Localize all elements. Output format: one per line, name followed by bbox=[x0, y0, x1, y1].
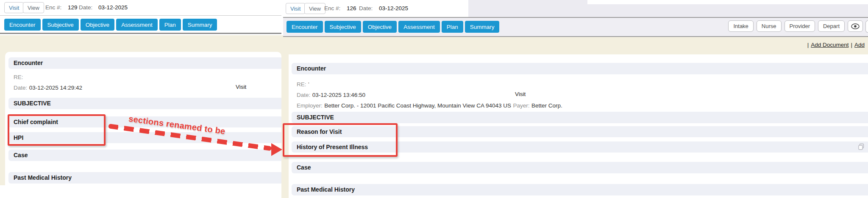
subjective-header: SUBJECTIVE bbox=[8, 98, 283, 109]
visit-button[interactable]: Visit bbox=[286, 3, 305, 14]
re-label: RE: bbox=[14, 74, 23, 80]
highlight-box-old-sections bbox=[8, 114, 106, 146]
comparison-canvas: Visit View Enc #: 129 Date: 03-12-2025 E… bbox=[0, 0, 868, 198]
tab-assessment[interactable]: Assessment bbox=[116, 19, 158, 31]
tab-encounter[interactable]: Encounter bbox=[287, 21, 323, 33]
tab-encounter[interactable]: Encounter bbox=[4, 19, 41, 31]
cutoff-button[interactable] bbox=[865, 20, 868, 33]
visit-type-value: Visit bbox=[236, 84, 246, 90]
re-label: RE: bbox=[297, 81, 306, 88]
date-value: 03-12-2025 bbox=[379, 5, 408, 11]
date-line: Date: 03-12-2025 14:29:42 bbox=[14, 84, 82, 91]
tab-objective[interactable]: Objective bbox=[81, 19, 114, 31]
re-value: ' bbox=[308, 81, 309, 88]
eye-toggle-button[interactable] bbox=[848, 20, 863, 32]
employer-value: Better Corp. - 12001 Pacific Coast Highw… bbox=[324, 102, 511, 109]
add-link[interactable]: Add bbox=[854, 42, 865, 48]
enc-number-value: 129 bbox=[68, 4, 78, 11]
tab-subjective[interactable]: Subjective bbox=[42, 19, 79, 31]
left-screenshot: Visit View Enc #: 129 Date: 03-12-2025 E… bbox=[0, 0, 281, 198]
visit-type-value: Visit bbox=[515, 91, 526, 97]
status-button-group: Intake Nurse Provider Depart bbox=[728, 20, 863, 32]
encounter-date-label: Date: bbox=[14, 85, 27, 91]
enc-number-value: 126 bbox=[347, 5, 356, 11]
left-tab-row: Encounter Subjective Objective Assessmen… bbox=[0, 16, 281, 34]
re-line: RE: ' bbox=[297, 80, 309, 88]
employer-line: Employer: Better Corp. - 12001 Pacific C… bbox=[297, 102, 562, 109]
enc-number-label: Enc #: bbox=[324, 5, 340, 11]
date-label: Date: bbox=[359, 5, 373, 11]
payer-value: Better Corp. bbox=[531, 102, 562, 109]
left-toolbar: Visit View Enc #: 129 Date: 03-12-2025 bbox=[0, 0, 281, 16]
right-tabs: Encounter Subjective Objective Assessmen… bbox=[287, 21, 499, 33]
tab-summary[interactable]: Summary bbox=[465, 21, 500, 33]
copy-icon[interactable] bbox=[858, 143, 865, 150]
enc-number-label: Enc #: bbox=[45, 4, 61, 11]
link-separator: | bbox=[807, 42, 809, 48]
annotation-arrow-head bbox=[271, 143, 282, 156]
intake-button[interactable]: Intake bbox=[728, 20, 753, 32]
date-label: Date: bbox=[79, 4, 92, 11]
date-line: Date: 03-12-2025 13:46:50 bbox=[297, 91, 365, 99]
provider-button[interactable]: Provider bbox=[785, 20, 815, 32]
nurse-button[interactable]: Nurse bbox=[757, 20, 782, 32]
left-tabs: Encounter Subjective Objective Assessmen… bbox=[4, 19, 217, 31]
re-line: RE: bbox=[14, 73, 23, 81]
eye-icon bbox=[851, 23, 860, 29]
tab-subjective[interactable]: Subjective bbox=[325, 21, 361, 33]
subjective-header: SUBJECTIVE bbox=[292, 112, 868, 123]
encounter-date-value: 03-12-2025 13:46:50 bbox=[312, 92, 365, 98]
add-document-link[interactable]: Add Document bbox=[811, 42, 849, 48]
encounter-header: Encounter bbox=[8, 57, 283, 69]
tab-objective[interactable]: Objective bbox=[363, 21, 397, 33]
link-separator: | bbox=[851, 42, 852, 48]
top-right-strip bbox=[587, 0, 868, 4]
visit-button[interactable]: Visit bbox=[4, 2, 24, 13]
employer-label: Employer: bbox=[297, 102, 323, 109]
encounter-date-value: 03-12-2025 14:29:42 bbox=[29, 85, 82, 91]
action-band: |Add Document|Add bbox=[283, 37, 868, 54]
section-case[interactable]: Case bbox=[8, 150, 283, 161]
tab-plan[interactable]: Plan bbox=[159, 19, 181, 31]
section-case[interactable]: Case bbox=[292, 162, 868, 173]
view-button[interactable]: View bbox=[304, 3, 326, 14]
payer-label: Payer: bbox=[513, 102, 529, 109]
tab-summary[interactable]: Summary bbox=[183, 19, 217, 31]
section-past-medical-history[interactable]: Past Medical History bbox=[292, 184, 868, 195]
right-screenshot: Visit View Enc #: 126 Date: 03-12-2025 E… bbox=[283, 0, 868, 198]
encounter-header: Encounter bbox=[292, 63, 868, 74]
highlight-box-new-sections bbox=[283, 123, 398, 157]
tab-plan[interactable]: Plan bbox=[442, 21, 463, 33]
section-past-medical-history[interactable]: Past Medical History bbox=[8, 172, 283, 184]
view-button[interactable]: View bbox=[23, 2, 44, 13]
tab-assessment[interactable]: Assessment bbox=[398, 21, 440, 33]
depart-button[interactable]: Depart bbox=[818, 20, 845, 32]
encounter-date-label: Date: bbox=[297, 92, 310, 98]
date-value: 03-12-2025 bbox=[98, 4, 128, 11]
add-links: |Add Document|Add bbox=[806, 42, 865, 48]
